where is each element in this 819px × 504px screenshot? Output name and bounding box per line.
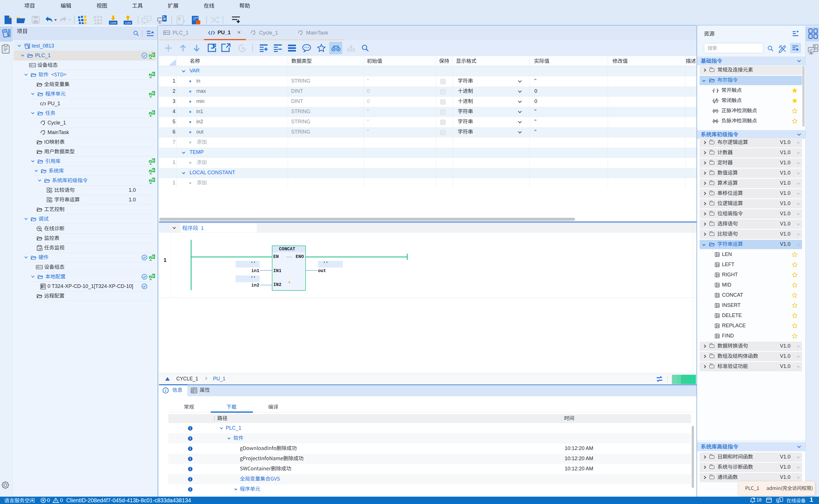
svg-text:10: 10 (195, 17, 198, 20)
svg-text:1100: 1100 (110, 22, 116, 25)
svg-text:1100: 1100 (125, 22, 131, 25)
